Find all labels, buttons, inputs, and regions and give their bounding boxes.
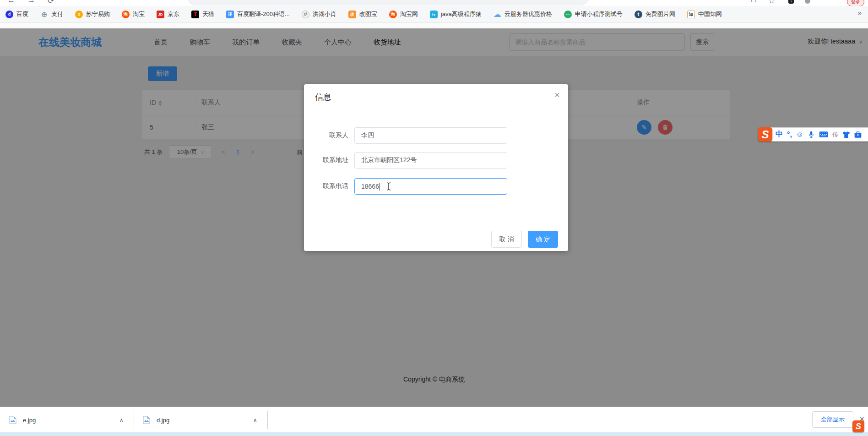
- sogou-tray-icon[interactable]: S: [852, 420, 864, 432]
- suning-lion-icon: S: [75, 11, 83, 18]
- bookmark-zhifu[interactable]: ⊕支付: [40, 10, 63, 18]
- bookmark-freepic[interactable]: t免费图片网: [635, 10, 675, 18]
- cancel-button[interactable]: 取 消: [491, 231, 522, 248]
- emoji-icon[interactable]: ☺: [796, 131, 803, 139]
- translate-icon: 译: [226, 11, 234, 18]
- show-all-downloads-button[interactable]: 全部显示: [812, 411, 853, 428]
- chinese-mode-icon[interactable]: 中: [776, 130, 783, 139]
- gaitubao-icon: 改: [348, 11, 356, 18]
- bookmark-cnki[interactable]: 知中国知网: [687, 10, 722, 18]
- downloads-icon[interactable]: ↓: [788, 0, 794, 4]
- jd-icon: JD: [157, 11, 164, 18]
- taskbar-edge: [0, 432, 868, 436]
- contact-row: 联系人: [304, 127, 507, 144]
- taobao-icon: 淘: [389, 11, 397, 18]
- punctuation-icon[interactable]: °,: [787, 131, 792, 139]
- contact-label: 联系人: [304, 131, 354, 140]
- phone-row: 联系电话 18666: [304, 178, 507, 195]
- info-dialog: 信息 × 联系人 联系地址 联系电话 18666 取 消 确 定: [304, 84, 568, 251]
- address-label: 联系地址: [304, 156, 354, 164]
- confirm-button[interactable]: 确 定: [528, 231, 558, 248]
- download-filename: d.jpg: [157, 417, 169, 424]
- download-item[interactable]: e.jpg ∧: [9, 411, 124, 429]
- url-bar[interactable]: i localhost:8084/front/address: [187, 0, 590, 5]
- image-file-icon: [143, 416, 150, 424]
- bookmark-honghu[interactable]: 彡洪湖小肖: [302, 10, 336, 18]
- bookmark-taobaowang[interactable]: 淘淘宝网: [389, 10, 418, 18]
- bookmark-suning[interactable]: S苏宁易购: [75, 10, 110, 18]
- freepic-icon: t: [635, 11, 642, 18]
- forward-icon[interactable]: →: [27, 0, 35, 5]
- signin-pill[interactable]: 登录: [847, 0, 864, 6]
- browser-toolbar: ← → ⟳ i localhost:8084/front/address ▢ ☆…: [0, 0, 868, 6]
- ime-toolbar: S 中 °, ☺ 传: [758, 127, 868, 142]
- download-item[interactable]: d.jpg ∧: [143, 411, 257, 429]
- bookmark-gaitubao[interactable]: 改改图宝: [348, 10, 377, 18]
- honghu-icon: 彡: [302, 11, 309, 18]
- image-file-icon: [9, 416, 16, 424]
- skin-tshirt-icon[interactable]: [842, 131, 850, 138]
- contact-input[interactable]: [354, 127, 507, 144]
- ime-strip: 中 °, ☺ 传: [770, 127, 868, 142]
- downloads-bar: e.jpg ∧ d.jpg ∧ 全部显示 ×: [0, 407, 868, 433]
- address-input[interactable]: [354, 152, 507, 169]
- cnki-icon: 知: [687, 11, 695, 18]
- baidu-icon: d: [5, 11, 13, 18]
- bookmark-star-icon[interactable]: ☆: [768, 0, 775, 5]
- microphone-icon[interactable]: [808, 131, 815, 138]
- phone-label: 联系电话: [304, 182, 354, 191]
- cloud-icon: ☁: [494, 11, 501, 18]
- keyboard-icon[interactable]: [819, 131, 828, 138]
- profile-avatar[interactable]: [805, 0, 810, 4]
- divider: [134, 411, 134, 429]
- bookmark-taobao[interactable]: 淘淘宝: [122, 10, 145, 18]
- chevron-up-icon[interactable]: ∧: [119, 417, 124, 424]
- phone-input[interactable]: 18666: [354, 178, 507, 195]
- back-icon[interactable]: ←: [7, 0, 15, 5]
- handwriting-icon[interactable]: 传: [832, 131, 838, 139]
- text-caret: [380, 183, 380, 191]
- bookmark-java[interactable]: tvjava高级程序猿: [430, 10, 482, 18]
- side-panel-icon[interactable]: ▢: [751, 0, 756, 3]
- ibeam-cursor-icon: [386, 182, 391, 191]
- bookmark-wechat-mini[interactable]: ⋯申请小程序测试号: [564, 10, 623, 18]
- close-icon[interactable]: ×: [554, 90, 560, 100]
- bookmark-jd[interactable]: JD京东: [157, 10, 179, 18]
- bookmark-cloud[interactable]: ☁云服务器优惠价格: [494, 10, 552, 18]
- reload-icon[interactable]: ⟳: [48, 0, 54, 5]
- bookmarks-bar: d百度 ⊕支付 S苏宁易购 淘淘宝 JD京东 T天猫 译百度翻译-200种语..…: [0, 6, 868, 23]
- dialog-title: 信息: [315, 92, 331, 103]
- wechat-icon: ⋯: [564, 11, 572, 18]
- bilibili-tv-icon: tv: [430, 11, 438, 18]
- sogou-logo-icon[interactable]: S: [758, 127, 772, 142]
- globe-icon: ⊕: [40, 11, 48, 18]
- phone-value: 18666: [361, 183, 379, 190]
- bookmark-fanyi[interactable]: 译百度翻译-200种语...: [226, 10, 290, 18]
- tmall-icon: T: [191, 11, 199, 18]
- toolbox-icon[interactable]: [854, 131, 862, 138]
- chevron-up-icon[interactable]: ∧: [253, 417, 257, 424]
- bookmarks-overflow-chevron[interactable]: »: [858, 9, 862, 16]
- bookmark-baidu[interactable]: d百度: [5, 10, 28, 18]
- address-row: 联系地址: [304, 152, 507, 169]
- taobao-icon: 淘: [122, 11, 130, 18]
- chrome-bottom-strip: [0, 23, 868, 28]
- divider: [267, 411, 268, 429]
- bookmark-tmall[interactable]: T天猫: [191, 10, 214, 18]
- download-filename: e.jpg: [23, 417, 36, 424]
